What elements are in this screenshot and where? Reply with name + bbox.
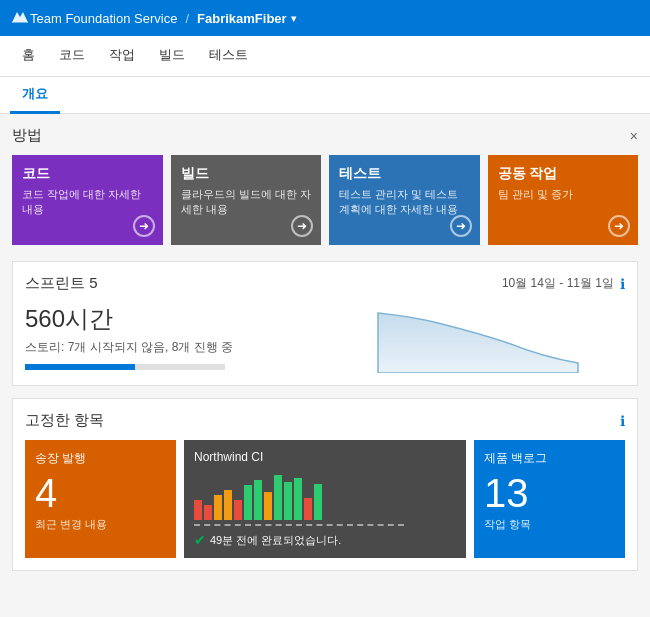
sprint-info-icon[interactable]: ℹ xyxy=(620,276,625,292)
card-code-title: 코드 xyxy=(22,165,153,183)
card-collab-desc: 팀 관리 및 증가 xyxy=(498,187,629,202)
method-card-collaboration[interactable]: 공동 작업 팀 관리 및 증가 ➜ xyxy=(488,155,639,245)
ci-bar xyxy=(274,475,282,520)
sprint-date: 10월 14일 - 11월 1일 xyxy=(502,275,614,292)
sprint-content: 560시간 스토리: 7개 시작되지 않음, 8개 진행 중 xyxy=(25,303,625,373)
ci-bar xyxy=(294,478,302,520)
card-build-arrow-icon: ➜ xyxy=(291,215,313,237)
backlog-card-title: 제품 백로그 xyxy=(484,450,615,467)
card-test-title: 테스트 xyxy=(339,165,470,183)
card-collab-arrow-icon: ➜ xyxy=(608,215,630,237)
sprint-header: 스프린트 5 10월 14일 - 11월 1일 ℹ xyxy=(25,274,625,293)
ci-dashed-line xyxy=(194,524,404,526)
main-content: 방법 × 코드 코드 작업에 대한 자세한 내용 ➜ 빌드 클라우드의 빌드에 … xyxy=(0,114,650,583)
ci-status-text: 49분 전에 완료되었습니다. xyxy=(210,533,341,548)
backlog-card-sub: 작업 항목 xyxy=(484,517,615,532)
card-test-desc: 테스트 관리자 및 테스트 계획에 대한 자세한 내용 xyxy=(339,187,470,218)
app-title: Team Foundation Service xyxy=(30,11,177,26)
sprint-story-info: 스토리: 7개 시작되지 않음, 8개 진행 중 xyxy=(25,339,319,356)
ci-bar xyxy=(204,505,212,520)
ci-bar xyxy=(284,482,292,520)
app-header: Team Foundation Service / FabrikamFiber … xyxy=(0,0,650,36)
method-card-code[interactable]: 코드 코드 작업에 대한 자세한 내용 ➜ xyxy=(12,155,163,245)
ci-check-icon: ✔ xyxy=(194,532,206,548)
card-test-arrow-icon: ➜ xyxy=(450,215,472,237)
nav-item-test[interactable]: 테스트 xyxy=(197,36,260,77)
method-cards-container: 코드 코드 작업에 대한 자세한 내용 ➜ 빌드 클라우드의 빌드에 대한 자세… xyxy=(12,155,638,245)
vs-logo-icon xyxy=(10,8,30,28)
pinned-title: 고정한 항목 xyxy=(25,411,104,430)
ci-bar xyxy=(214,495,222,520)
method-card-build[interactable]: 빌드 클라우드의 빌드에 대한 자세한 내용 ➜ xyxy=(171,155,322,245)
how-to-title: 방법 xyxy=(12,126,42,145)
burndown-chart xyxy=(331,303,625,373)
backlog-card-number: 13 xyxy=(484,473,615,513)
invoice-card-title: 송장 발행 xyxy=(35,450,166,467)
nav-item-code[interactable]: 코드 xyxy=(47,36,97,77)
tab-overview[interactable]: 개요 xyxy=(10,77,60,114)
pinned-section: 고정한 항목 ℹ 송장 발행 4 최근 변경 내용 Northwind CI ✔… xyxy=(12,398,638,571)
ci-bar xyxy=(234,500,242,520)
invoice-card-number: 4 xyxy=(35,473,166,513)
sprint-hours: 560시간 xyxy=(25,303,319,335)
nav-bar: 홈 코드 작업 빌드 테스트 xyxy=(0,36,650,77)
sprint-section: 스프린트 5 10월 14일 - 11월 1일 ℹ 560시간 스토리: 7개 … xyxy=(12,261,638,386)
pinned-card-invoice[interactable]: 송장 발행 4 최근 변경 내용 xyxy=(25,440,176,558)
project-name[interactable]: FabrikamFiber ▾ xyxy=(197,11,296,26)
pinned-info-icon[interactable]: ℹ xyxy=(620,413,625,429)
ci-bar xyxy=(254,480,262,520)
pinned-card-backlog[interactable]: 제품 백로그 13 작업 항목 xyxy=(474,440,625,558)
nav-item-work[interactable]: 작업 xyxy=(97,36,147,77)
ci-bar xyxy=(244,485,252,520)
logo-area xyxy=(10,8,30,28)
nav-item-build[interactable]: 빌드 xyxy=(147,36,197,77)
how-to-close-button[interactable]: × xyxy=(630,128,638,144)
ci-card-title: Northwind CI xyxy=(194,450,456,464)
sprint-progress-fill xyxy=(25,364,135,370)
pinned-card-ci[interactable]: Northwind CI ✔ 49분 전에 완료되었습니다. xyxy=(184,440,466,558)
method-card-test[interactable]: 테스트 테스트 관리자 및 테스트 계획에 대한 자세한 내용 ➜ xyxy=(329,155,480,245)
header-separator: / xyxy=(185,11,189,26)
project-label: FabrikamFiber xyxy=(197,11,287,26)
sprint-title: 스프린트 5 xyxy=(25,274,98,293)
ci-bar xyxy=(224,490,232,520)
sprint-progress-bar xyxy=(25,364,225,370)
nav-item-home[interactable]: 홈 xyxy=(10,36,47,77)
ci-bar xyxy=(304,498,312,520)
sprint-left-panel: 560시간 스토리: 7개 시작되지 않음, 8개 진행 중 xyxy=(25,303,319,370)
pinned-header: 고정한 항목 ℹ xyxy=(25,411,625,430)
how-to-section-header: 방법 × xyxy=(12,126,638,145)
ci-bar xyxy=(194,500,202,520)
card-build-title: 빌드 xyxy=(181,165,312,183)
ci-status: ✔ 49분 전에 완료되었습니다. xyxy=(194,532,456,548)
card-build-desc: 클라우드의 빌드에 대한 자세한 내용 xyxy=(181,187,312,218)
tab-bar: 개요 xyxy=(0,77,650,114)
card-code-arrow-icon: ➜ xyxy=(133,215,155,237)
invoice-card-sub: 최근 변경 내용 xyxy=(35,517,166,532)
card-code-desc: 코드 작업에 대한 자세한 내용 xyxy=(22,187,153,218)
ci-chart xyxy=(194,470,456,520)
project-chevron-icon: ▾ xyxy=(291,13,296,24)
card-collab-title: 공동 작업 xyxy=(498,165,629,183)
sprint-chart xyxy=(331,303,625,373)
pinned-cards-container: 송장 발행 4 최근 변경 내용 Northwind CI ✔ 49분 전에 완… xyxy=(25,440,625,558)
ci-bar xyxy=(314,484,322,520)
ci-bar xyxy=(264,492,272,520)
